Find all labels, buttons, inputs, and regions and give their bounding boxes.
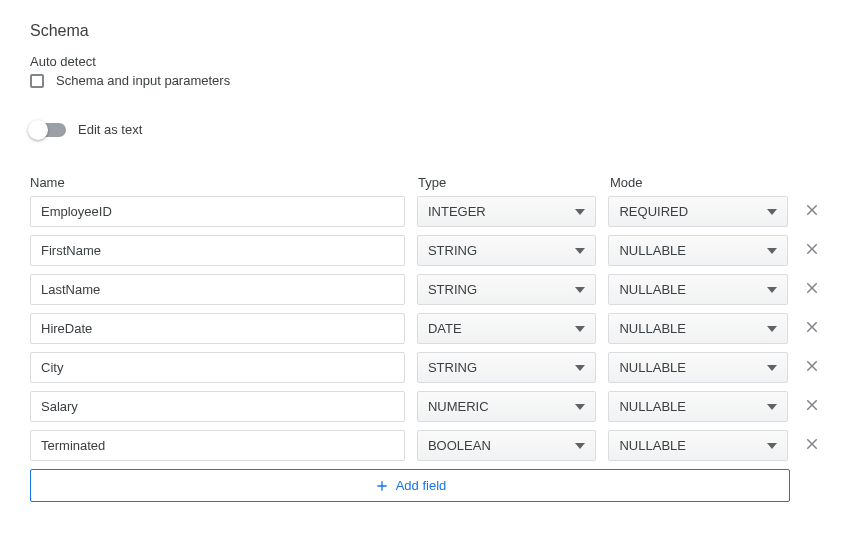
field-type-value: BOOLEAN (428, 438, 491, 453)
field-mode-select[interactable]: NULLABLE (608, 430, 788, 461)
field-mode-select[interactable]: NULLABLE (608, 352, 788, 383)
field-mode-select[interactable]: NULLABLE (608, 391, 788, 422)
field-name-input[interactable] (30, 391, 405, 422)
field-type-select[interactable]: STRING (417, 274, 597, 305)
plus-icon (374, 478, 390, 494)
delete-field-button[interactable] (800, 239, 824, 263)
delete-field-button[interactable] (800, 278, 824, 302)
schema-field-row: INTEGERREQUIRED (30, 196, 824, 227)
field-name-input[interactable] (30, 235, 405, 266)
field-type-value: NUMERIC (428, 399, 489, 414)
schema-field-row: STRINGNULLABLE (30, 235, 824, 266)
chevron-down-icon (767, 365, 777, 371)
field-name-input[interactable] (30, 313, 405, 344)
delete-field-button[interactable] (800, 434, 824, 458)
edit-as-text-label: Edit as text (78, 122, 142, 137)
field-type-value: STRING (428, 243, 477, 258)
chevron-down-icon (575, 404, 585, 410)
column-header-type: Type (418, 175, 598, 190)
add-field-button[interactable]: Add field (30, 469, 790, 502)
auto-detect-checkbox-label: Schema and input parameters (56, 73, 230, 88)
chevron-down-icon (575, 248, 585, 254)
field-mode-select[interactable]: NULLABLE (608, 274, 788, 305)
field-name-input[interactable] (30, 274, 405, 305)
field-mode-value: NULLABLE (619, 321, 685, 336)
chevron-down-icon (575, 326, 585, 332)
field-mode-select[interactable]: NULLABLE (608, 235, 788, 266)
field-type-select[interactable]: STRING (417, 235, 597, 266)
field-type-select[interactable]: BOOLEAN (417, 430, 597, 461)
column-header-mode: Mode (610, 175, 790, 190)
chevron-down-icon (767, 248, 777, 254)
delete-field-button[interactable] (800, 200, 824, 224)
close-icon (803, 279, 821, 300)
delete-field-button[interactable] (800, 356, 824, 380)
chevron-down-icon (767, 326, 777, 332)
schema-field-row: BOOLEANNULLABLE (30, 430, 824, 461)
edit-as-text-toggle[interactable] (30, 123, 66, 137)
field-mode-value: NULLABLE (619, 438, 685, 453)
close-icon (803, 396, 821, 417)
edit-as-text-row: Edit as text (30, 122, 824, 137)
chevron-down-icon (575, 365, 585, 371)
close-icon (803, 318, 821, 339)
schema-field-row: STRINGNULLABLE (30, 352, 824, 383)
toggle-knob (28, 120, 48, 140)
schema-heading: Schema (30, 22, 824, 40)
field-name-input[interactable] (30, 430, 405, 461)
field-mode-value: NULLABLE (619, 399, 685, 414)
field-type-select[interactable]: NUMERIC (417, 391, 597, 422)
chevron-down-icon (767, 209, 777, 215)
auto-detect-checkbox[interactable] (30, 74, 44, 88)
chevron-down-icon (575, 443, 585, 449)
field-name-input[interactable] (30, 196, 405, 227)
delete-field-button[interactable] (800, 317, 824, 341)
chevron-down-icon (767, 443, 777, 449)
chevron-down-icon (767, 287, 777, 293)
schema-field-row: STRINGNULLABLE (30, 274, 824, 305)
field-mode-value: NULLABLE (619, 282, 685, 297)
field-mode-value: NULLABLE (619, 243, 685, 258)
close-icon (803, 357, 821, 378)
field-type-value: INTEGER (428, 204, 486, 219)
field-type-select[interactable]: INTEGER (417, 196, 597, 227)
chevron-down-icon (575, 287, 585, 293)
close-icon (803, 240, 821, 261)
close-icon (803, 435, 821, 456)
field-type-value: STRING (428, 360, 477, 375)
column-header-name: Name (30, 175, 406, 190)
auto-detect-checkbox-row: Schema and input parameters (30, 73, 824, 88)
field-mode-value: REQUIRED (619, 204, 688, 219)
field-type-value: DATE (428, 321, 462, 336)
schema-field-row: DATENULLABLE (30, 313, 824, 344)
auto-detect-label: Auto detect (30, 54, 824, 69)
field-mode-value: NULLABLE (619, 360, 685, 375)
field-mode-select[interactable]: NULLABLE (608, 313, 788, 344)
chevron-down-icon (575, 209, 585, 215)
add-field-label: Add field (396, 478, 447, 493)
schema-field-row: NUMERICNULLABLE (30, 391, 824, 422)
field-type-select[interactable]: STRING (417, 352, 597, 383)
chevron-down-icon (767, 404, 777, 410)
field-type-select[interactable]: DATE (417, 313, 597, 344)
field-name-input[interactable] (30, 352, 405, 383)
delete-field-button[interactable] (800, 395, 824, 419)
columns-header: Name Type Mode (30, 175, 824, 190)
field-type-value: STRING (428, 282, 477, 297)
close-icon (803, 201, 821, 222)
field-mode-select[interactable]: REQUIRED (608, 196, 788, 227)
schema-fields-list: INTEGERREQUIREDSTRINGNULLABLESTRINGNULLA… (30, 196, 824, 461)
